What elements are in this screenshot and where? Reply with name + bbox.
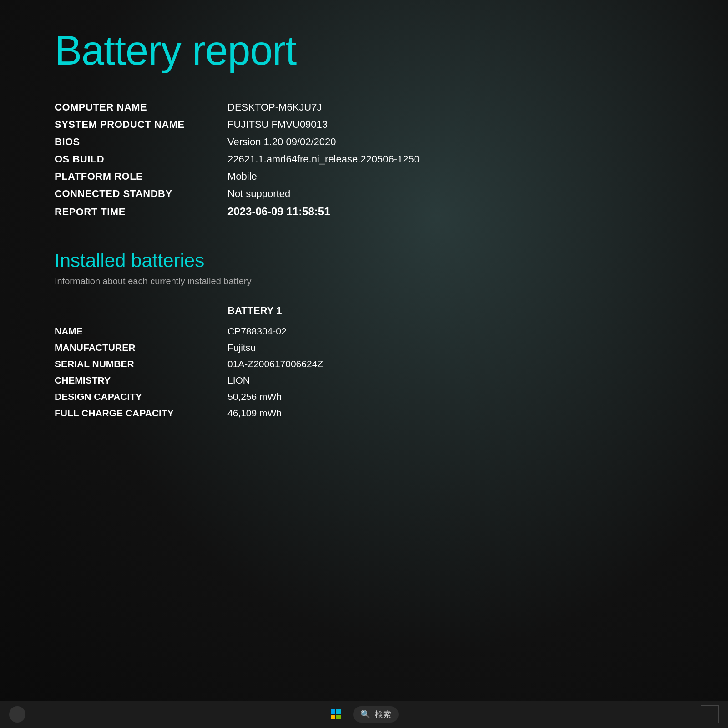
battery-row-value: LION [228,375,250,386]
section-title: Installed batteries [55,250,673,272]
taskbar-search-box[interactable]: 🔍 検索 [353,706,399,723]
taskbar-app-icon[interactable] [9,706,25,723]
battery-row-label: MANUFACTURER [55,342,228,353]
battery-label-spacer [55,305,228,317]
info-value: DESKTOP-M6KJU7J [228,101,322,113]
battery-row-value: 01A-Z200617006624Z [228,359,323,369]
search-icon: 🔍 [360,709,370,719]
info-label: OS BUILD [55,153,228,165]
battery-row: CHEMISTRYLION [55,375,673,386]
battery-row-label: DESIGN CAPACITY [55,391,228,402]
info-value: FUJITSU FMVU09013 [228,119,328,131]
start-button[interactable] [328,706,344,723]
info-row: COMPUTER NAMEDESKTOP-M6KJU7J [55,101,673,113]
info-label: SYSTEM PRODUCT NAME [55,119,228,131]
battery-table: BATTERY 1 NAMECP788304-02MANUFACTURERFuj… [55,305,673,419]
info-row: SYSTEM PRODUCT NAMEFUJITSU FMVU09013 [55,119,673,131]
battery-header-row: BATTERY 1 [55,305,673,317]
battery-row: NAMECP788304-02 [55,326,673,337]
battery-row: MANUFACTURERFujitsu [55,342,673,353]
search-label: 検索 [375,709,391,720]
info-row: REPORT TIME2023-06-09 11:58:51 [55,205,673,218]
taskbar: 🔍 検索 [0,701,728,728]
battery-column-header: BATTERY 1 [228,305,282,317]
battery-row-value: 46,109 mWh [228,408,282,419]
info-value: 22621.1.amd64fre.ni_release.220506-1250 [228,153,420,165]
windows-logo-icon [331,709,341,719]
info-label: BIOS [55,136,228,148]
info-value: Version 1.20 09/02/2020 [228,136,336,148]
battery-row-label: SERIAL NUMBER [55,359,228,369]
info-label: PLATFORM ROLE [55,171,228,182]
battery-row: DESIGN CAPACITY50,256 mWh [55,391,673,402]
info-row: CONNECTED STANDBYNot supported [55,188,673,200]
info-row: OS BUILD22621.1.amd64fre.ni_release.2205… [55,153,673,165]
info-value: Mobile [228,171,257,182]
battery-row-value: 50,256 mWh [228,391,282,402]
section-subtitle: Information about each currently install… [55,276,673,287]
page-title: Battery report [55,27,673,74]
battery-row: FULL CHARGE CAPACITY46,109 mWh [55,408,673,419]
info-value: 2023-06-09 11:58:51 [228,205,330,218]
main-content: Battery report COMPUTER NAMEDESKTOP-M6KJ… [0,0,728,419]
battery-row-value: CP788304-02 [228,326,287,337]
batteries-section: Installed batteries Information about ea… [55,250,673,419]
info-row: BIOSVersion 1.20 09/02/2020 [55,136,673,148]
battery-row: SERIAL NUMBER01A-Z200617006624Z [55,359,673,369]
system-info-table: COMPUTER NAMEDESKTOP-M6KJU7JSYSTEM PRODU… [55,101,673,218]
battery-row-label: FULL CHARGE CAPACITY [55,408,228,419]
info-label: CONNECTED STANDBY [55,188,228,200]
info-label: REPORT TIME [55,206,228,218]
battery-row-label: CHEMISTRY [55,375,228,386]
info-row: PLATFORM ROLEMobile [55,171,673,182]
battery-row-value: Fujitsu [228,342,256,353]
info-value: Not supported [228,188,290,200]
show-desktop-button[interactable] [701,705,719,723]
info-label: COMPUTER NAME [55,101,228,113]
battery-row-label: NAME [55,326,228,337]
